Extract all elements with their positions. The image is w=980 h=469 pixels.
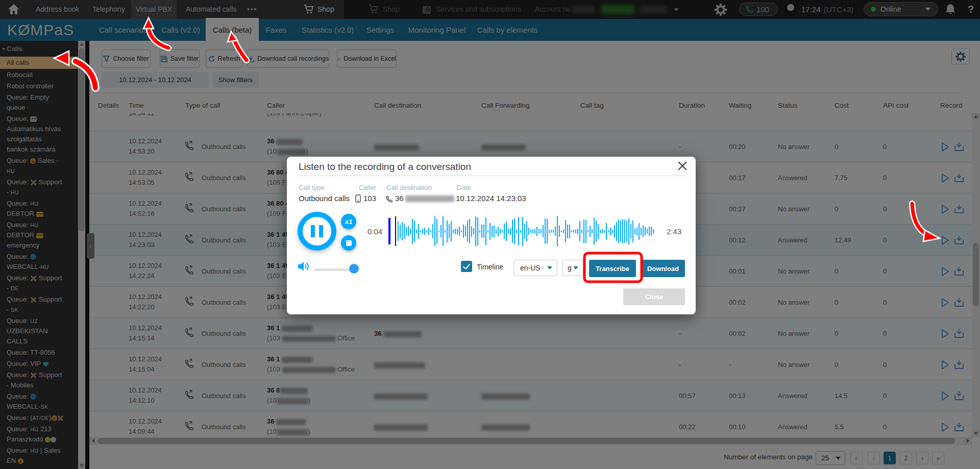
mobile-phone-icon xyxy=(355,194,361,203)
recording-modal: Listen to the recording of a conversatio… xyxy=(287,157,696,314)
gender-chevron-down-icon xyxy=(573,266,578,269)
date-value: 10.12.2024 14:23:03 xyxy=(456,194,526,203)
close-button[interactable]: Close xyxy=(623,288,685,305)
waveform-cursor[interactable] xyxy=(395,216,396,246)
modal-close-icon[interactable] xyxy=(677,161,688,171)
elapsed-time: 0:04 xyxy=(368,227,382,236)
pause-button[interactable] xyxy=(298,212,336,251)
date-label: Date xyxy=(457,184,471,191)
speaker-icon[interactable] xyxy=(297,260,310,273)
timeline-checkbox[interactable] xyxy=(461,261,472,272)
dest-value-redacted xyxy=(405,195,454,202)
transcribe-button[interactable]: Transcribe xyxy=(589,260,636,277)
speed-button[interactable]: x1 xyxy=(341,214,356,229)
waveform[interactable] xyxy=(398,215,655,248)
call-type-label: Call type xyxy=(299,184,325,191)
caller-label: Caller xyxy=(359,184,376,191)
dest-value-prefix: 36 xyxy=(395,194,404,203)
handset-icon xyxy=(386,195,393,203)
call-type-value: Outbound calls xyxy=(299,194,350,203)
caller-value: 103 xyxy=(363,194,376,203)
volume-knob[interactable] xyxy=(349,264,359,274)
timeline-label: Timeline xyxy=(477,263,503,271)
language-select[interactable]: en-US xyxy=(513,260,557,276)
download-button[interactable]: Download xyxy=(641,260,685,277)
language-chevron-down-icon xyxy=(547,266,552,269)
dest-label: Call destination xyxy=(386,184,432,191)
modal-divider xyxy=(297,176,685,176)
gender-select[interactable]: g xyxy=(562,260,583,276)
stop-button[interactable] xyxy=(341,235,356,251)
total-time: 2:43 xyxy=(667,227,681,236)
waveform-progress xyxy=(388,218,390,244)
modal-title: Listen to the recording of a conversatio… xyxy=(299,161,471,172)
